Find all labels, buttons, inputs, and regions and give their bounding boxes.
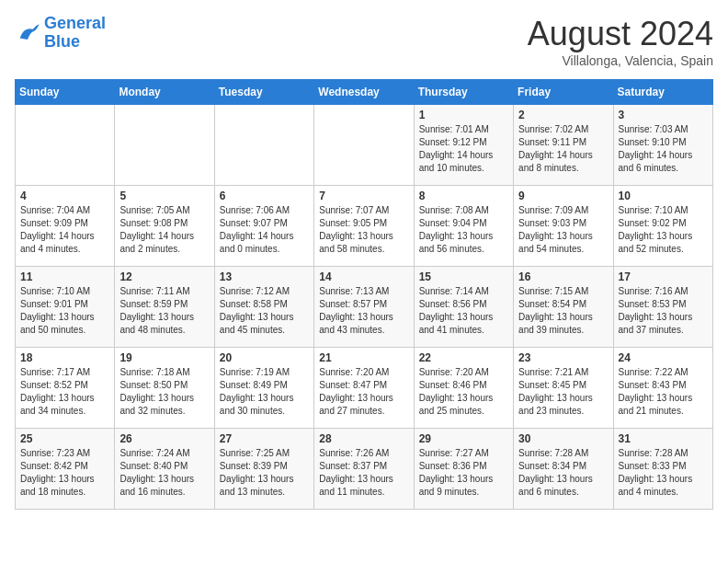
day-number: 13	[220, 270, 309, 283]
day-info: Sunrise: 7:04 AM Sunset: 9:09 PM Dayligh…	[20, 204, 109, 256]
day-number: 22	[419, 351, 508, 364]
day-cell: 24Sunrise: 7:22 AM Sunset: 8:43 PM Dayli…	[613, 348, 712, 429]
day-number: 9	[518, 190, 608, 202]
day-cell: 28Sunrise: 7:26 AM Sunset: 8:37 PM Dayli…	[314, 429, 414, 510]
day-number: 20	[220, 351, 309, 364]
week-row-2: 4Sunrise: 7:04 AM Sunset: 9:09 PM Daylig…	[16, 186, 713, 267]
day-cell: 15Sunrise: 7:14 AM Sunset: 8:56 PM Dayli…	[414, 267, 513, 348]
day-cell: 5Sunrise: 7:05 AM Sunset: 9:08 PM Daylig…	[115, 186, 214, 267]
week-row-4: 18Sunrise: 7:17 AM Sunset: 8:52 PM Dayli…	[16, 348, 713, 429]
day-cell: 23Sunrise: 7:21 AM Sunset: 8:45 PM Dayli…	[514, 348, 613, 429]
header-wednesday: Wednesday	[314, 80, 414, 105]
day-cell: 2Sunrise: 7:02 AM Sunset: 9:11 PM Daylig…	[514, 105, 613, 186]
day-number: 18	[20, 351, 109, 364]
day-info: Sunrise: 7:12 AM Sunset: 8:58 PM Dayligh…	[220, 285, 309, 337]
day-cell: 4Sunrise: 7:04 AM Sunset: 9:09 PM Daylig…	[16, 186, 115, 267]
day-cell: 18Sunrise: 7:17 AM Sunset: 8:52 PM Dayli…	[16, 348, 115, 429]
day-cell: 11Sunrise: 7:10 AM Sunset: 9:01 PM Dayli…	[16, 267, 115, 348]
day-info: Sunrise: 7:05 AM Sunset: 9:08 PM Dayligh…	[119, 204, 209, 256]
day-number: 31	[619, 432, 708, 445]
day-number: 10	[619, 190, 708, 202]
day-info: Sunrise: 7:17 AM Sunset: 8:52 PM Dayligh…	[20, 366, 109, 418]
day-number: 6	[220, 190, 309, 202]
day-number: 23	[518, 351, 608, 364]
day-info: Sunrise: 7:19 AM Sunset: 8:49 PM Dayligh…	[220, 366, 309, 418]
day-number: 15	[419, 270, 508, 283]
logo-text: General Blue	[44, 15, 106, 52]
day-number: 5	[119, 190, 209, 202]
day-info: Sunrise: 7:10 AM Sunset: 9:01 PM Dayligh…	[20, 285, 109, 337]
day-number: 3	[619, 109, 708, 121]
day-cell: 16Sunrise: 7:15 AM Sunset: 8:54 PM Dayli…	[514, 267, 613, 348]
day-cell: 19Sunrise: 7:18 AM Sunset: 8:50 PM Dayli…	[115, 348, 214, 429]
day-info: Sunrise: 7:13 AM Sunset: 8:57 PM Dayligh…	[319, 285, 408, 337]
day-cell: 30Sunrise: 7:28 AM Sunset: 8:34 PM Dayli…	[514, 429, 613, 510]
day-cell: 8Sunrise: 7:08 AM Sunset: 9:04 PM Daylig…	[414, 186, 513, 267]
day-info: Sunrise: 7:28 AM Sunset: 8:34 PM Dayligh…	[518, 447, 608, 499]
day-number: 4	[20, 190, 109, 202]
day-info: Sunrise: 7:10 AM Sunset: 9:02 PM Dayligh…	[619, 204, 708, 256]
day-number: 19	[119, 351, 209, 364]
day-cell: 17Sunrise: 7:16 AM Sunset: 8:53 PM Dayli…	[613, 267, 712, 348]
day-info: Sunrise: 7:24 AM Sunset: 8:40 PM Dayligh…	[119, 447, 209, 499]
day-info: Sunrise: 7:01 AM Sunset: 9:12 PM Dayligh…	[419, 123, 508, 175]
day-info: Sunrise: 7:23 AM Sunset: 8:42 PM Dayligh…	[20, 447, 109, 499]
day-number: 7	[319, 190, 408, 202]
day-cell	[115, 105, 214, 186]
logo: General Blue	[15, 15, 106, 52]
day-number: 24	[619, 351, 708, 364]
day-cell: 14Sunrise: 7:13 AM Sunset: 8:57 PM Dayli…	[314, 267, 414, 348]
day-number: 16	[518, 270, 608, 283]
logo-icon	[15, 20, 40, 46]
day-number: 12	[119, 270, 209, 283]
day-cell: 6Sunrise: 7:06 AM Sunset: 9:07 PM Daylig…	[214, 186, 313, 267]
day-cell: 25Sunrise: 7:23 AM Sunset: 8:42 PM Dayli…	[16, 429, 115, 510]
day-info: Sunrise: 7:20 AM Sunset: 8:46 PM Dayligh…	[419, 366, 508, 418]
title-block: August 2024 Villalonga, Valencia, Spain	[528, 15, 713, 68]
day-cell	[314, 105, 414, 186]
day-info: Sunrise: 7:03 AM Sunset: 9:10 PM Dayligh…	[619, 123, 708, 175]
day-info: Sunrise: 7:11 AM Sunset: 8:59 PM Dayligh…	[119, 285, 209, 337]
calendar-header-row: SundayMondayTuesdayWednesdayThursdayFrid…	[16, 80, 713, 105]
day-cell	[16, 105, 115, 186]
header-thursday: Thursday	[414, 80, 513, 105]
day-number: 11	[20, 270, 109, 283]
day-cell: 13Sunrise: 7:12 AM Sunset: 8:58 PM Dayli…	[214, 267, 313, 348]
day-number: 14	[319, 270, 408, 283]
day-info: Sunrise: 7:27 AM Sunset: 8:36 PM Dayligh…	[419, 447, 508, 499]
day-cell: 9Sunrise: 7:09 AM Sunset: 9:03 PM Daylig…	[514, 186, 613, 267]
day-info: Sunrise: 7:20 AM Sunset: 8:47 PM Dayligh…	[319, 366, 408, 418]
month-title: August 2024	[528, 15, 713, 53]
week-row-3: 11Sunrise: 7:10 AM Sunset: 9:01 PM Dayli…	[16, 267, 713, 348]
day-info: Sunrise: 7:06 AM Sunset: 9:07 PM Dayligh…	[220, 204, 309, 256]
day-cell: 12Sunrise: 7:11 AM Sunset: 8:59 PM Dayli…	[115, 267, 214, 348]
day-cell: 7Sunrise: 7:07 AM Sunset: 9:05 PM Daylig…	[314, 186, 414, 267]
day-number: 29	[419, 432, 508, 445]
day-info: Sunrise: 7:21 AM Sunset: 8:45 PM Dayligh…	[518, 366, 608, 418]
day-info: Sunrise: 7:07 AM Sunset: 9:05 PM Dayligh…	[319, 204, 408, 256]
day-info: Sunrise: 7:26 AM Sunset: 8:37 PM Dayligh…	[319, 447, 408, 499]
header-friday: Friday	[514, 80, 613, 105]
day-info: Sunrise: 7:02 AM Sunset: 9:11 PM Dayligh…	[518, 123, 608, 175]
day-cell: 1Sunrise: 7:01 AM Sunset: 9:12 PM Daylig…	[414, 105, 513, 186]
day-info: Sunrise: 7:14 AM Sunset: 8:56 PM Dayligh…	[419, 285, 508, 337]
day-cell: 10Sunrise: 7:10 AM Sunset: 9:02 PM Dayli…	[613, 186, 712, 267]
header-tuesday: Tuesday	[214, 80, 313, 105]
day-info: Sunrise: 7:16 AM Sunset: 8:53 PM Dayligh…	[619, 285, 708, 337]
day-info: Sunrise: 7:28 AM Sunset: 8:33 PM Dayligh…	[619, 447, 708, 499]
day-number: 26	[119, 432, 209, 445]
day-info: Sunrise: 7:09 AM Sunset: 9:03 PM Dayligh…	[518, 204, 608, 256]
day-cell: 3Sunrise: 7:03 AM Sunset: 9:10 PM Daylig…	[613, 105, 712, 186]
day-number: 25	[20, 432, 109, 445]
day-info: Sunrise: 7:08 AM Sunset: 9:04 PM Dayligh…	[419, 204, 508, 256]
location: Villalonga, Valencia, Spain	[528, 53, 713, 68]
day-number: 21	[319, 351, 408, 364]
day-number: 28	[319, 432, 408, 445]
day-cell: 26Sunrise: 7:24 AM Sunset: 8:40 PM Dayli…	[115, 429, 214, 510]
day-cell: 31Sunrise: 7:28 AM Sunset: 8:33 PM Dayli…	[613, 429, 712, 510]
day-number: 2	[518, 109, 608, 121]
day-cell: 20Sunrise: 7:19 AM Sunset: 8:49 PM Dayli…	[214, 348, 313, 429]
day-info: Sunrise: 7:25 AM Sunset: 8:39 PM Dayligh…	[220, 447, 309, 499]
header-monday: Monday	[115, 80, 214, 105]
header-saturday: Saturday	[613, 80, 712, 105]
